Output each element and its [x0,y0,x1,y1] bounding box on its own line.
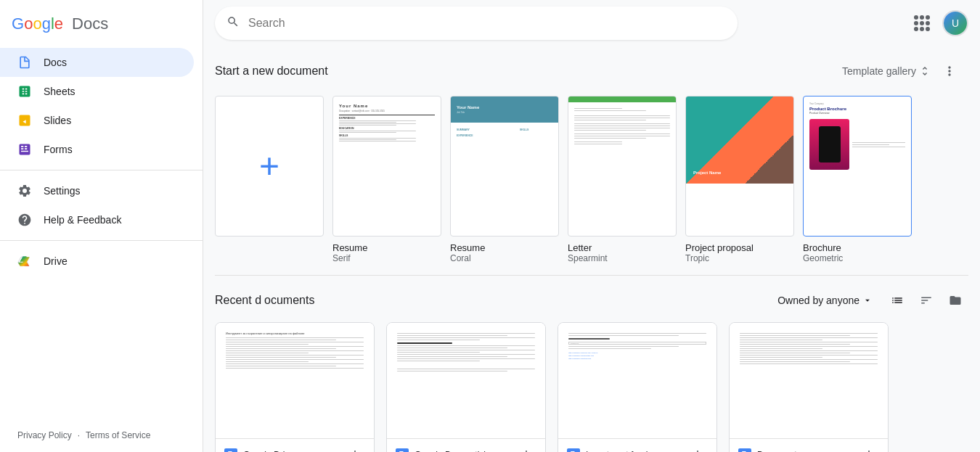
template-brochure[interactable]: Your Company Product Brochure Product Ov… [803,96,912,263]
slides-icon [17,113,32,128]
google-logo: Google [12,15,63,33]
nav-divider-2 [0,240,203,241]
resume-serif-name: Resume [332,242,441,253]
logo-o2: o [33,15,41,33]
avatar-initials: U [944,12,967,35]
template-project[interactable]: Project Name Project proposal Tropic [685,96,794,263]
sidebar-item-slides-label: Slides [44,115,71,126]
doc-thumb-4 [730,323,888,439]
sidebar-item-drive[interactable]: Drive [0,247,194,276]
doc-more-4[interactable]: ⋮ [859,445,879,452]
sort-button[interactable] [913,287,939,313]
user-avatar[interactable]: U [942,10,968,36]
sidebar: Google Docs Docs Sheets Slides Fo [0,0,203,452]
sidebar-item-forms[interactable]: Forms [0,135,194,164]
app-name: Docs [72,15,108,33]
sidebar-item-docs[interactable]: Docs [0,48,194,77]
templates-header: Start a new document Template gallery [215,46,963,84]
nav-divider [0,170,203,170]
doc-card-3[interactable]: progress bar http://example.com/link-ver… [558,322,717,452]
sidebar-item-docs-label: Docs [44,57,67,68]
doc-more-1[interactable]: ⋮ [345,445,365,452]
folder-view-button[interactable] [942,287,968,313]
blank-thumb: + [215,96,324,237]
filter-dropdown-icon [862,295,873,305]
apps-grid-button[interactable] [907,9,936,38]
topbar: U [203,0,980,46]
doc-thumb-3: progress bar http://example.com/link-ver… [558,323,716,439]
terms-link[interactable]: Terms of Service [86,430,150,440]
templates-more-button[interactable] [936,58,963,84]
doc-card-4[interactable]: Document ⋮ [729,322,889,452]
drive-icon [17,254,32,268]
template-blank[interactable]: + [215,96,324,263]
footer-separator: · [78,430,80,440]
project-sub: Tropic [685,253,794,263]
forms-icon [17,142,32,157]
template-letter[interactable]: Letter Spearmint [568,96,677,263]
help-icon [17,213,32,227]
doc-card-1[interactable]: Инструмент за съхранение и синхронизиран… [215,322,375,452]
doc-footer-3: Investment fund ⋮ [558,439,716,452]
templates-title-text: new document [253,65,328,77]
project-name: Project proposal [685,242,794,253]
docs-icon [17,55,32,70]
resume-coral-sub: Coral [450,253,559,263]
doc-thumb-1: Инструмент за съхранение и синхронизиран… [216,323,374,439]
recent-docs-section: Recent documents Owned by anyone [203,276,980,452]
templates-section: Start a new document Template gallery + [203,46,980,275]
letter-sub: Spearmint [568,253,677,263]
letter-name: Letter [568,242,677,253]
template-gallery-button[interactable]: Template gallery [842,65,931,77]
more-vertical-icon [942,64,957,78]
list-view-button[interactable] [884,287,910,313]
docs-grid: Инструмент за съхранение и синхронизиран… [203,322,980,452]
resume-serif-sub: Serif [332,253,441,263]
sidebar-footer: Privacy Policy · Terms of Service [0,419,203,452]
sort-icon [920,294,933,307]
sidebar-item-slides[interactable]: Slides [0,106,194,135]
privacy-link[interactable]: Privacy Policy [17,430,72,440]
apps-grid-icon [914,15,930,31]
brochure-thumb: Your Company Product Brochure Product Ov… [803,96,912,237]
docs-header: Recent documents Owned by anyone [203,276,980,322]
template-resume-coral[interactable]: Your Name Job Title SUMMARY EXPERIENCE [450,96,559,263]
brochure-sub: Geometric [803,253,912,263]
resume-serif-thumb: Your Name Occupation · contact@info.com … [332,96,441,237]
search-input[interactable] [248,17,726,30]
templates-actions: Template gallery [842,58,963,84]
topbar-right: U [907,9,968,38]
sidebar-item-help-label: Help & Feedback [44,214,121,226]
doc-more-2[interactable]: ⋮ [516,445,536,452]
sidebar-item-settings[interactable]: Settings [0,176,194,205]
settings-icon [17,184,32,198]
doc-footer-1: Google Drive ⋮ [216,439,374,452]
sidebar-item-settings-label: Settings [44,185,81,197]
template-resume-serif[interactable]: Your Name Occupation · contact@info.com … [332,96,441,263]
doc-footer-2: Google Docs article ⋮ [387,439,545,452]
doc-more-3[interactable]: ⋮ [687,445,708,452]
sidebar-item-forms-label: Forms [44,144,73,155]
list-view-icon [891,294,904,307]
resume-coral-name: Resume [450,242,559,253]
templates-row: + Your Name Occupation · contact@info.co… [215,96,963,275]
project-thumb: Project Name [685,96,794,237]
templates-section-title: Start a new document [215,65,328,78]
folder-icon [949,294,962,307]
logo-o1: o [24,15,33,33]
doc-thumb-2 [387,323,545,439]
doc-card-2[interactable]: Google Docs article ⋮ [386,322,546,452]
logo-e: e [54,15,63,33]
chevron-up-down-icon [919,65,931,77]
sidebar-item-drive-label: Drive [44,255,68,267]
docs-section-title: ocuments [264,294,314,307]
sidebar-item-help[interactable]: Help & Feedback [0,205,194,234]
resume-coral-thumb: Your Name Job Title SUMMARY EXPERIENCE [450,96,559,237]
owned-by-filter[interactable]: Owned by anyone [772,290,878,311]
doc-file-icon-1 [224,448,237,452]
main-content: U Start a new document Template gallery … [203,0,980,452]
sidebar-item-sheets[interactable]: Sheets [0,77,194,106]
view-toggle [884,287,968,313]
search-icon [226,15,240,32]
app-logo: Google Docs [0,6,203,48]
